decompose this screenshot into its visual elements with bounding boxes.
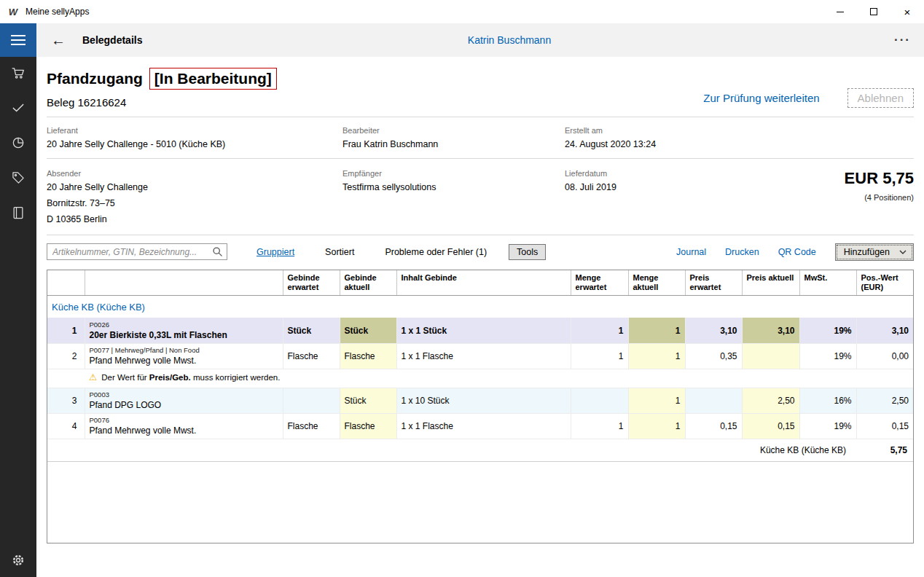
cell-row-number: 3 — [47, 388, 85, 413]
col-header-gebinde-erwartet: Gebinde erwartet — [283, 270, 340, 296]
cell-preis-aktuell[interactable]: 2,50 — [742, 388, 799, 413]
probleme-filter[interactable]: Probleme oder Fehler (1) — [385, 247, 487, 257]
cell-menge-erwartet — [571, 388, 628, 413]
table-row[interactable]: 4 P0076 Pfand Mehrweg volle Mwst. Flasch… — [47, 413, 913, 439]
cell-row-number: 1 — [47, 318, 85, 343]
cell-gebinde-erwartet — [283, 388, 340, 413]
field-value: Frau Katrin Buschmann — [342, 139, 565, 149]
cell-gebinde-aktuell[interactable]: Flasche — [340, 413, 396, 439]
tag-icon — [11, 170, 26, 185]
book-icon — [11, 205, 26, 220]
cell-menge-aktuell[interactable]: 1 — [628, 343, 685, 369]
minimize-button[interactable] — [823, 0, 857, 23]
warning-message: ⚠Der Wert für Preis/Geb. muss korrigiert… — [85, 369, 913, 388]
group-footer-label: Küche KB (Küche KB) — [47, 439, 856, 461]
artikel-name: Pfand Mehrweg volle Mwst. — [90, 356, 278, 366]
cell-row-number: 2 — [47, 343, 85, 369]
user-name-link[interactable]: Katrin Buschmann — [468, 34, 551, 46]
pie-chart-icon — [11, 136, 26, 150]
sidebar-item-approvals[interactable] — [11, 101, 26, 115]
col-header-pos-wert: Pos.-Wert (EUR) — [856, 270, 913, 296]
info-field-lieferdatum: Lieferdatum 08. Juli 2019 — [565, 169, 740, 224]
artikel-name: Pfand DPG LOGO — [90, 400, 278, 410]
app-logo-icon: W — [7, 6, 19, 17]
cell-menge-aktuell[interactable]: 1 — [628, 413, 685, 439]
document-total: EUR 5,75 (4 Positionen) — [740, 169, 914, 224]
col-header-artikel — [85, 270, 283, 296]
positions-table-container: Gebinde erwartet Gebinde aktuell Inhalt … — [47, 270, 914, 543]
search-input[interactable] — [47, 243, 227, 260]
sortiert-toggle[interactable]: Sortiert — [325, 247, 354, 257]
info-field-bearbeiter: Bearbeiter Frau Katrin Buschmann — [342, 126, 565, 149]
field-value: 08. Juli 2019 — [565, 182, 740, 192]
cell-pos-wert: 0,00 — [856, 343, 913, 369]
col-header-num — [47, 270, 85, 296]
cell-inhalt-gebinde: 1 x 1 Stück — [396, 318, 571, 343]
total-amount: EUR 5,75 — [740, 169, 914, 188]
cell-gebinde-aktuell[interactable]: Flasche — [340, 343, 396, 369]
cell-mwst: 16% — [799, 388, 856, 413]
field-value: 20 Jahre Selly Challenge — [47, 182, 342, 192]
info-field-absender: Absender 20 Jahre Selly Challenge Bornit… — [47, 169, 342, 224]
cart-icon — [11, 66, 26, 80]
table-row[interactable]: 3 P0003 Pfand DPG LOGO Stück 1 x 10 Stüc… — [47, 388, 913, 413]
warning-row: ⚠Der Wert für Preis/Geb. muss korrigiert… — [47, 369, 913, 388]
journal-link[interactable]: Journal — [676, 247, 706, 257]
cell-gebinde-aktuell[interactable]: Stück — [340, 318, 396, 343]
search-box — [47, 243, 227, 260]
search-icon[interactable] — [212, 246, 223, 257]
info-field-erstellt-am: Erstellt am 24. August 2020 13:24 — [565, 126, 914, 149]
cell-mwst: 19% — [799, 413, 856, 439]
cell-empty — [47, 369, 85, 388]
maximize-icon — [870, 8, 877, 15]
cell-artikel: P0003 Pfand DPG LOGO — [85, 388, 283, 413]
cell-menge-aktuell[interactable]: 1 — [628, 318, 685, 343]
cell-row-number: 4 — [47, 413, 85, 439]
cell-preis-erwartet: 0,15 — [685, 413, 742, 439]
sidebar-item-orders[interactable] — [11, 66, 26, 80]
check-icon — [11, 101, 26, 115]
cell-menge-erwartet: 1 — [571, 318, 628, 343]
window-title: Meine sellyApps — [26, 7, 89, 17]
cell-gebinde-erwartet: Flasche — [283, 413, 340, 439]
field-label: Erstellt am — [565, 126, 914, 135]
hinzufuegen-button[interactable]: Hinzufügen — [835, 243, 914, 261]
qr-code-link[interactable]: QR Code — [778, 247, 816, 257]
forward-for-review-link[interactable]: Zur Prüfung weiterleiten — [703, 92, 819, 104]
sidebar-item-settings[interactable] — [11, 553, 26, 568]
table-row[interactable]: 1 P0026 20er Bierkiste 0,33L mit Flasche… — [47, 318, 913, 343]
group-header-label: Küche KB (Küche KB) — [47, 296, 913, 318]
warning-icon: ⚠ — [89, 372, 97, 382]
cell-inhalt-gebinde: 1 x 1 Flasche — [396, 343, 571, 369]
col-header-mwst: MwSt. — [799, 270, 856, 296]
back-button[interactable]: ← — [51, 33, 66, 47]
cell-preis-aktuell[interactable]: 3,10 — [742, 318, 799, 343]
col-header-inhalt-gebinde: Inhalt Gebinde — [396, 270, 571, 296]
field-value: Testfirma sellysolutions — [342, 182, 565, 192]
cell-pos-wert: 0,15 — [856, 413, 913, 439]
col-header-preis-aktuell: Preis aktuell — [742, 270, 799, 296]
address-line: D 10365 Berlin — [47, 214, 342, 224]
cell-gebinde-aktuell[interactable]: Stück — [340, 388, 396, 413]
cell-menge-aktuell[interactable]: 1 — [628, 388, 685, 413]
table-row[interactable]: 2 P0077 | Mehrweg/Pfand | Non Food Pfand… — [47, 343, 913, 369]
cell-preis-aktuell[interactable] — [742, 343, 799, 369]
artikel-code: P0003 — [90, 390, 278, 399]
more-options-button[interactable]: ··· — [894, 33, 911, 47]
close-button[interactable]: × — [890, 0, 924, 23]
reject-button[interactable]: Ablehnen — [847, 88, 914, 108]
sidebar-item-catalog[interactable] — [11, 205, 26, 220]
cell-preis-aktuell[interactable]: 0,15 — [742, 413, 799, 439]
hinzufuegen-label: Hinzufügen — [844, 247, 890, 257]
gruppiert-toggle[interactable]: Gruppiert — [257, 247, 294, 257]
maximize-button[interactable] — [857, 0, 890, 23]
tools-button[interactable]: Tools — [509, 244, 546, 260]
cell-inhalt-gebinde: 1 x 10 Stück — [396, 388, 571, 413]
sidebar-item-reports[interactable] — [11, 136, 26, 150]
sidebar-item-pricing[interactable] — [11, 170, 26, 185]
status-badge: [In Bearbeitung] — [149, 68, 277, 90]
hamburger-menu-button[interactable] — [0, 23, 36, 57]
drucken-link[interactable]: Drucken — [725, 247, 759, 257]
field-value: 20 Jahre Selly Challenge - 5010 (Küche K… — [47, 139, 342, 149]
positions-count: (4 Positionen) — [740, 193, 914, 202]
